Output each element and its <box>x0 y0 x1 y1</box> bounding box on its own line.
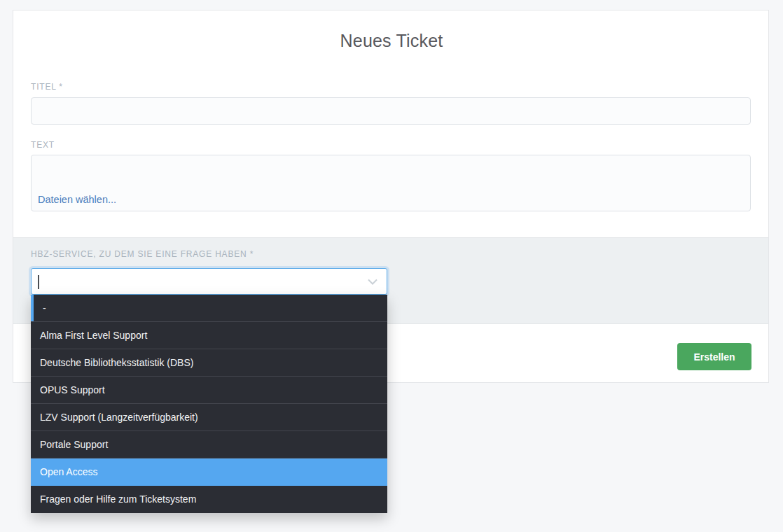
text-field-label: TEXT <box>31 140 55 150</box>
page-title: Neues Ticket <box>0 31 783 51</box>
dropdown-option[interactable]: OPUS Support <box>31 377 387 404</box>
dropdown-option[interactable]: - <box>31 295 387 322</box>
current-selection-bar <box>31 295 34 321</box>
chevron-down-icon <box>368 279 377 285</box>
choose-files-link[interactable]: Dateien wählen... <box>38 194 116 205</box>
dropdown-option[interactable]: Fragen oder Hilfe zum Ticketsystem <box>31 486 387 513</box>
title-field-label: TITEL * <box>31 82 63 92</box>
dropdown-option[interactable]: Alma First Level Support <box>31 322 387 349</box>
dropdown-option[interactable]: Open Access <box>31 458 387 486</box>
text-editor[interactable]: Dateien wählen... <box>31 155 751 211</box>
dropdown-option[interactable]: LZV Support (Langzeitverfügbarkeit) <box>31 404 387 431</box>
dropdown-option[interactable]: Deutsche Bibliotheksstatistik (DBS) <box>31 349 387 377</box>
dropdown-option[interactable]: Portale Support <box>31 431 387 458</box>
service-dropdown-menu: - Alma First Level Support Deutsche Bibl… <box>31 295 387 513</box>
create-button[interactable]: Erstellen <box>677 343 751 370</box>
new-ticket-page: Neues Ticket TITEL * TEXT Dateien wählen… <box>0 0 783 532</box>
service-field-label: HBZ-SERVICE, ZU DEM SIE EINE FRAGE HABEN… <box>31 249 254 259</box>
service-select[interactable] <box>31 268 387 295</box>
text-cursor <box>38 275 39 289</box>
title-input[interactable] <box>31 97 751 125</box>
